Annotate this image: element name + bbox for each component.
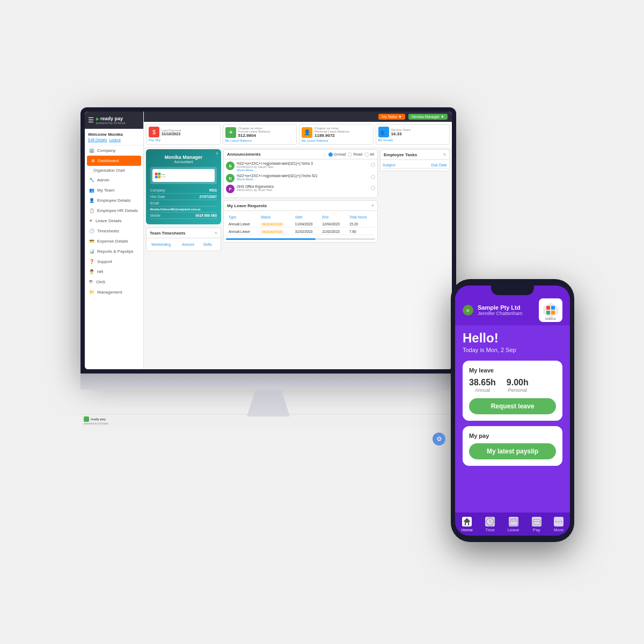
nav-hrdetails[interactable]: 📋 Employee HR Details (85, 206, 143, 216)
leave-hours-1: 7.60 (348, 229, 374, 235)
mobile-value: 0419 898 060 (195, 214, 217, 217)
leave-end-1: 21/02/2023 (320, 229, 347, 235)
svg-line-17 (490, 522, 492, 523)
emails-link[interactable]: My Emails (378, 138, 448, 142)
leave-col-status: Status (259, 214, 292, 220)
expense-icon: 💳 (89, 239, 94, 244)
company-value: RSG (209, 188, 217, 192)
filter-unread-radio[interactable] (328, 152, 333, 157)
svg-rect-10 (551, 306, 555, 310)
tasks-close-button[interactable]: × (443, 152, 446, 157)
settings-gear-button[interactable]: ⚙ (433, 433, 445, 445)
leave-type-0: Annual Leave (227, 221, 258, 228)
nav-dashboard[interactable]: ⊞ Dashboard (87, 156, 141, 166)
request-leave-button[interactable]: Request leave (469, 398, 556, 414)
nav-timesheets[interactable]: 🕐 Timesheets (85, 226, 143, 236)
payslip-button[interactable]: My latest payslip (469, 443, 556, 459)
svg-rect-2 (155, 175, 158, 178)
time-nav-icon (485, 517, 495, 526)
sidebar-user-section: Welcome Monika Edit Details Logout (85, 129, 143, 145)
annual-leave-stat: 38.65h Annual (469, 378, 496, 393)
logout-link[interactable]: Logout (109, 138, 120, 142)
phone-nav: Home Time Leave (455, 513, 570, 536)
admin-icon: 🔧 (89, 178, 94, 182)
hr-icon: 📋 (89, 208, 94, 213)
payslip-link[interactable]: Pay Slip (149, 138, 218, 142)
phone-nav-home[interactable]: Home (462, 517, 473, 532)
announcement-item: N %22'+or+ZXC+=>vg(onload=alert(321)+);\… (226, 174, 375, 182)
leave-nav-icon (509, 517, 518, 526)
ann-show-more-0[interactable]: Show More... (237, 169, 369, 172)
nav-reports[interactable]: 📊 Reports & Payslips (85, 246, 143, 257)
ann-date-2: 19/01/2011 by Scott Test (237, 188, 369, 192)
leave-section-title: My leave (469, 367, 556, 374)
pay-nav-label: Pay (533, 528, 540, 532)
phone-nav-time[interactable]: Time (485, 517, 495, 532)
annual-leave-link[interactable]: My Leave Balance (225, 139, 295, 142)
time-icon: 🕐 (89, 229, 94, 233)
ann-avatar-n: N (226, 162, 235, 170)
timesheets-title: Team Timesheets (150, 231, 185, 236)
nav-company[interactable]: 🏢 Company (85, 145, 143, 156)
phone-nav-leave[interactable]: Leave (508, 517, 519, 532)
my-tasks-button[interactable]: My Tasks ▼ (378, 114, 405, 120)
nav-myteam[interactable]: 👥 My Team (85, 185, 143, 195)
pay-card: My pay My latest payslip (463, 426, 562, 466)
home-nav-label: Home (462, 528, 473, 532)
svg-rect-12 (551, 311, 555, 314)
ann-radio-0[interactable] (371, 163, 375, 167)
nav-mgmt[interactable]: 📁 Management (85, 287, 143, 297)
ohs-icon: ⛑ (89, 280, 93, 284)
tasks-col-duedate: Due Date (431, 163, 447, 167)
filter-read-radio[interactable] (348, 152, 352, 157)
pay-section-title: My pay (469, 433, 556, 439)
ann-show-more-1[interactable]: Show More... (237, 178, 369, 181)
phone-nav-more[interactable]: More (554, 517, 564, 532)
timesheets-close-button[interactable]: × (215, 230, 217, 236)
brand-arrow-icon: ▶ (96, 116, 99, 121)
phone-notch (491, 286, 534, 295)
hamburger-menu[interactable]: ☰ (88, 116, 94, 124)
phone-menu-icon[interactable]: ≡ (463, 305, 473, 316)
leave-close-button[interactable]: × (371, 203, 374, 208)
nav-hr[interactable]: 👨‍💼 HR (85, 267, 143, 277)
stat-card-personal: 👤 Chapter as Hiren Personal Leave Balanc… (299, 124, 374, 145)
leave-progress-bar (226, 238, 316, 240)
personal-leave-link[interactable]: My Leave Balance (302, 139, 371, 142)
svg-rect-3 (158, 173, 160, 175)
user-menu-button[interactable]: Monika Manager ▼ (408, 114, 448, 120)
personal-leave-stat: 9.00h Personal (507, 378, 529, 393)
hr2-icon: 👨‍💼 (89, 269, 94, 274)
profile-close-button[interactable]: × (216, 151, 218, 156)
nav-leave[interactable]: ✈ Leave Details (85, 216, 143, 226)
more-nav-icon (554, 517, 564, 526)
employee-tasks-card: Employee Tasks × Subject Due Date (380, 149, 450, 171)
ann-radio-2[interactable] (371, 186, 375, 190)
profile-name: Monika Manager (150, 155, 217, 160)
edit-details-link[interactable]: Edit Details (88, 138, 107, 142)
nav-org[interactable]: Organisation Chart (85, 166, 143, 175)
time-nav-label: Time (486, 528, 495, 532)
nav-employee[interactable]: 👤 Employee Details (85, 195, 143, 206)
leave-type-1: Annual Leave (227, 229, 258, 235)
ann-radio-1[interactable] (371, 175, 375, 179)
hire-label: Hire Date (150, 195, 165, 199)
nav-expense[interactable]: 💳 Expense Details (85, 236, 143, 246)
phone-nav-pay[interactable]: Pay (532, 517, 541, 532)
nav-ohs[interactable]: ⛑ OHS (85, 277, 143, 287)
svg-rect-11 (546, 311, 550, 314)
greeting-text: Hello! (463, 331, 562, 346)
leave-col-type: Type (227, 214, 258, 220)
svg-rect-18 (510, 519, 517, 525)
filter-all-radio[interactable] (364, 152, 369, 157)
nav-admin[interactable]: 🔧 Admin (85, 175, 143, 185)
stat-pay-date: 31/10/2023 (162, 132, 218, 136)
ann-text-0: %22'+or+ZXC+=>vg(onload=alert(321)+);"ec… (237, 162, 369, 165)
gear-icon: ⚙ (436, 435, 442, 443)
monitor: ☰ ▶ ready pay powered by h3 kiosk Welcom… (80, 107, 456, 427)
svg-text:Ready: Ready (162, 174, 166, 175)
phone: ≡ Sample Pty Ltd Jennifer Chattenham SAM… (451, 279, 574, 542)
leave-hours-0: 15.20 (348, 221, 374, 228)
nav-support[interactable]: ❓ Support (85, 257, 143, 267)
home-nav-icon (462, 517, 472, 526)
